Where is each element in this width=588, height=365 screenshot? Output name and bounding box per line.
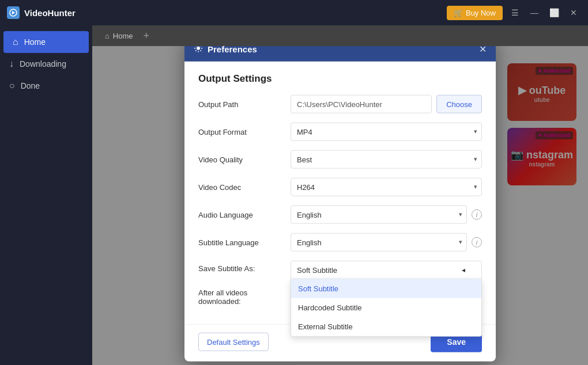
output-path-control: Choose bbox=[291, 95, 482, 113]
home-icon: ⌂ bbox=[13, 37, 18, 47]
tab-bar: ⌂ Home + bbox=[92, 25, 588, 46]
sidebar-item-downloading[interactable]: ↓ Downloading bbox=[0, 53, 92, 75]
video-quality-select[interactable]: Best 1080p 720p 480p bbox=[291, 150, 482, 169]
svg-point-2 bbox=[197, 47, 200, 50]
sidebar-item-done[interactable]: ○ Done bbox=[0, 75, 92, 97]
video-quality-select-wrap: Best 1080p 720p 480p ▾ bbox=[291, 150, 482, 169]
audio-language-info-icon[interactable]: i bbox=[472, 210, 482, 220]
subtitle-language-row: Subtitle Language English French Spanish… bbox=[198, 233, 482, 252]
audio-language-row: Audio Language English French Spanish ▾ bbox=[198, 206, 482, 224]
sidebar-item-label: Downloading bbox=[20, 59, 66, 69]
cart-icon: 🛒 bbox=[454, 9, 463, 17]
sidebar-item-label: Done bbox=[21, 81, 40, 90]
modal-close-button[interactable]: ✕ bbox=[479, 46, 487, 55]
after-downloaded-label: After all videos downloaded: bbox=[198, 288, 291, 306]
audio-language-select[interactable]: English French Spanish bbox=[291, 206, 467, 224]
subtitle-language-select[interactable]: English French Spanish bbox=[291, 233, 467, 252]
app-title: VideoHunter bbox=[24, 8, 76, 18]
modal-body: Output Settings Output Path Choose Outpu… bbox=[184, 62, 496, 324]
output-format-row: Output Format MP4 MKV AVI MOV ▾ bbox=[198, 123, 482, 141]
subtitle-language-info-icon[interactable]: i bbox=[472, 237, 482, 248]
audio-language-select-wrap: English French Spanish ▾ bbox=[291, 206, 467, 224]
preferences-modal: Preferences ✕ Output Settings Output Pat… bbox=[184, 46, 496, 362]
video-quality-label: Video Quality bbox=[198, 155, 291, 164]
minimize-button[interactable]: — bbox=[527, 5, 542, 20]
output-path-label: Output Path bbox=[198, 100, 291, 108]
maximize-button[interactable]: ⬜ bbox=[546, 5, 561, 20]
choose-button[interactable]: Choose bbox=[436, 95, 482, 113]
save-subtitle-value: Soft Subtitle bbox=[297, 265, 337, 274]
audio-language-control: English French Spanish ▾ i bbox=[291, 206, 482, 224]
save-subtitle-label: Save Subtitle As: bbox=[198, 261, 291, 273]
output-format-control: MP4 MKV AVI MOV ▾ bbox=[291, 123, 482, 141]
subtitle-language-control: English French Spanish ▾ i bbox=[291, 233, 482, 252]
subtitle-language-label: Subtitle Language bbox=[198, 238, 291, 246]
output-path-input[interactable] bbox=[291, 95, 432, 113]
titlebar-controls: 🛒 Buy Now ☰ — ⬜ ✕ bbox=[447, 5, 581, 20]
done-icon: ○ bbox=[9, 81, 15, 91]
main-content: ⌂ Home + 🔍 ♥ Authorized ▶ ouTube bbox=[92, 25, 588, 365]
subtitle-option-external[interactable]: External Subtitle bbox=[291, 317, 481, 336]
sidebar: ⌂ Home ↓ Downloading ○ Done bbox=[0, 25, 92, 365]
download-icon: ↓ bbox=[9, 59, 14, 69]
home-tab-icon: ⌂ bbox=[105, 32, 110, 40]
subtitle-language-select-wrap: English French Spanish ▾ bbox=[291, 233, 467, 252]
audio-language-label: Audio Language bbox=[198, 210, 291, 219]
close-button[interactable]: ✕ bbox=[566, 5, 581, 20]
modal-header: Preferences ✕ bbox=[184, 46, 496, 62]
tab-home[interactable]: ⌂ Home bbox=[99, 29, 139, 43]
buy-now-button[interactable]: 🛒 Buy Now bbox=[447, 6, 503, 20]
chevron-left-icon: ◂ bbox=[462, 266, 465, 274]
video-quality-control: Best 1080p 720p 480p ▾ bbox=[291, 150, 482, 169]
sidebar-item-home[interactable]: ⌂ Home bbox=[3, 31, 89, 53]
video-codec-label: Video Codec bbox=[198, 182, 291, 191]
video-codec-control: H264 H265 AV1 ▾ bbox=[291, 178, 482, 196]
app-icon bbox=[7, 6, 20, 19]
app-layout: ⌂ Home ↓ Downloading ○ Done ⌂ Home + 🔍 bbox=[0, 25, 588, 365]
save-subtitle-dropdown-btn[interactable]: Soft Subtitle ◂ bbox=[291, 261, 482, 279]
menu-button[interactable]: ☰ bbox=[507, 5, 522, 20]
output-path-row: Output Path Choose bbox=[198, 95, 482, 113]
modal-title-group: Preferences bbox=[194, 46, 257, 55]
video-quality-row: Video Quality Best 1080p 720p 480p ▾ bbox=[198, 150, 482, 169]
save-subtitle-dropdown-wrap: Soft Subtitle ◂ Soft Subtitle Hardcoded … bbox=[291, 261, 482, 279]
app-branding: VideoHunter bbox=[7, 6, 76, 19]
output-format-label: Output Format bbox=[198, 127, 291, 136]
sidebar-item-label: Home bbox=[24, 37, 46, 47]
subtitle-option-hardcoded[interactable]: Hardcoded Subtitle bbox=[291, 298, 481, 317]
section-title: Output Settings bbox=[198, 73, 482, 85]
modal-title: Preferences bbox=[208, 46, 257, 54]
default-settings-button[interactable]: Default Settings bbox=[198, 333, 269, 351]
svg-marker-1 bbox=[12, 11, 15, 14]
titlebar: VideoHunter 🛒 Buy Now ☰ — ⬜ ✕ bbox=[0, 0, 588, 25]
output-format-select[interactable]: MP4 MKV AVI MOV bbox=[291, 123, 482, 141]
save-subtitle-dropdown-menu: Soft Subtitle Hardcoded Subtitle Externa… bbox=[291, 279, 482, 337]
preferences-icon bbox=[194, 46, 203, 55]
video-codec-select[interactable]: H264 H265 AV1 bbox=[291, 178, 482, 196]
tab-label: Home bbox=[113, 32, 133, 40]
save-subtitle-row: Save Subtitle As: Soft Subtitle ◂ Soft S… bbox=[198, 261, 482, 279]
subtitle-option-soft[interactable]: Soft Subtitle bbox=[291, 279, 481, 298]
content-area: 🔍 ♥ Authorized ▶ ouTube utube ♥ bbox=[92, 46, 588, 365]
tab-add-button[interactable]: + bbox=[144, 31, 150, 41]
output-format-select-wrap: MP4 MKV AVI MOV ▾ bbox=[291, 123, 482, 141]
video-codec-row: Video Codec H264 H265 AV1 ▾ bbox=[198, 178, 482, 196]
video-codec-select-wrap: H264 H265 AV1 ▾ bbox=[291, 178, 482, 196]
save-subtitle-control: Soft Subtitle ◂ Soft Subtitle Hardcoded … bbox=[291, 261, 482, 279]
